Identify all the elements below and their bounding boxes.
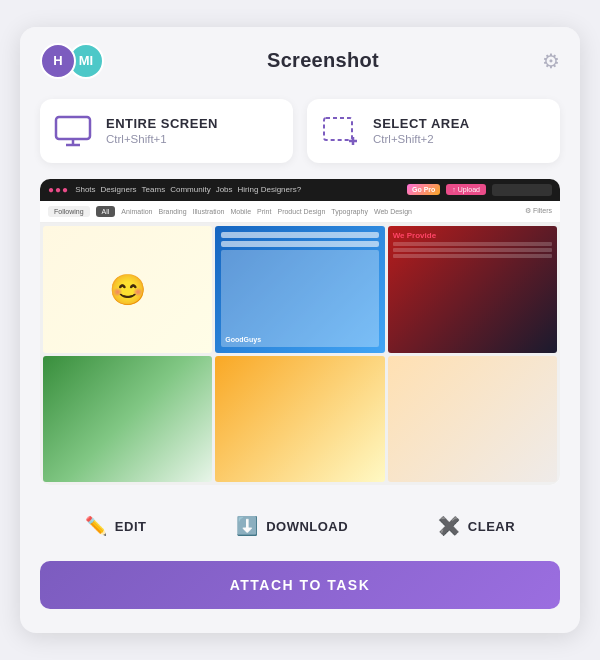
dribbble-search bbox=[492, 184, 552, 196]
dribbble-gopro-badge: Go Pro bbox=[407, 184, 440, 195]
dribbble-nav-designers: Designers bbox=[101, 185, 137, 194]
select-area-icon bbox=[321, 115, 359, 147]
screenshot-preview: ●●● Shots Designers Teams Community Jobs… bbox=[40, 179, 560, 486]
dribbble-cell-6 bbox=[388, 356, 557, 483]
download-label: DOWNLOAD bbox=[266, 519, 348, 534]
dribbble-grid: 😊 GoodGuys We Provide bbox=[40, 223, 560, 486]
edit-icon: ✏️ bbox=[85, 515, 107, 537]
dribbble-tab-mobile: Mobile bbox=[230, 208, 251, 215]
edit-button[interactable]: ✏️ EDIT bbox=[75, 509, 157, 543]
attach-to-task-button[interactable]: ATTACH TO TASK bbox=[40, 561, 560, 609]
entire-screen-label-wrap: ENTIRE SCREEN Ctrl+Shift+1 bbox=[106, 116, 218, 145]
select-area-label: SELECT AREA bbox=[373, 116, 470, 131]
header: H MI Screenshot ⚙ bbox=[20, 27, 580, 91]
action-bar: ✏️ EDIT ⬇️ DOWNLOAD ✖️ CLEAR bbox=[20, 499, 580, 557]
dribbble-cell-2: GoodGuys bbox=[215, 226, 384, 353]
dribbble-nav-jobs: Jobs bbox=[216, 185, 233, 194]
clear-button[interactable]: ✖️ CLEAR bbox=[428, 509, 525, 543]
entire-screen-button[interactable]: ENTIRE SCREEN Ctrl+Shift+1 bbox=[40, 99, 293, 163]
dribbble-tab-following: Following bbox=[48, 206, 90, 217]
dribbble-logo: ●●● bbox=[48, 184, 69, 195]
clear-label: CLEAR bbox=[468, 519, 515, 534]
dribbble-tab-product: Product Design bbox=[277, 208, 325, 215]
goodguys-label: GoodGuys bbox=[225, 336, 261, 343]
monitor-icon bbox=[54, 115, 92, 147]
dribbble-cell-3: We Provide bbox=[388, 226, 557, 353]
dribbble-nav-teams: Teams bbox=[142, 185, 166, 194]
gear-icon[interactable]: ⚙ bbox=[542, 49, 560, 73]
dribbble-tab-print: Print bbox=[257, 208, 271, 215]
dribbble-navbar: ●●● Shots Designers Teams Community Jobs… bbox=[40, 179, 560, 201]
select-area-button[interactable]: SELECT AREA Ctrl+Shift+2 bbox=[307, 99, 560, 163]
dribbble-upload-btn: ↑ Upload bbox=[446, 184, 486, 195]
dribbble-tab-branding: Branding bbox=[159, 208, 187, 215]
cell-3-title: We Provide bbox=[393, 231, 552, 240]
preview-area: ●●● Shots Designers Teams Community Jobs… bbox=[40, 179, 560, 486]
dribbble-tab-typography: Typography bbox=[331, 208, 368, 215]
dribbble-nav-hiring: Hiring Designers? bbox=[238, 185, 302, 194]
dribbble-cell-4 bbox=[43, 356, 212, 483]
dribbble-tab-animation: Animation bbox=[121, 208, 152, 215]
page-title: Screenshot bbox=[267, 49, 379, 72]
capture-options: ENTIRE SCREEN Ctrl+Shift+1 SELECT AREA C… bbox=[20, 91, 580, 179]
dribbble-tab-web: Web Design bbox=[374, 208, 412, 215]
clear-icon: ✖️ bbox=[438, 515, 460, 537]
smiley-emoji: 😊 bbox=[109, 272, 146, 307]
select-area-shortcut: Ctrl+Shift+2 bbox=[373, 133, 470, 145]
screenshot-card: H MI Screenshot ⚙ ENTIRE SCREEN Ctrl+Shi… bbox=[20, 27, 580, 634]
entire-screen-shortcut: Ctrl+Shift+1 bbox=[106, 133, 218, 145]
dribbble-tabs: Following All Animation Branding Illustr… bbox=[40, 201, 560, 223]
entire-screen-label: ENTIRE SCREEN bbox=[106, 116, 218, 131]
dribbble-cell-1: 😊 bbox=[43, 226, 212, 353]
dribbble-nav-links: Shots Designers Teams Community Jobs Hir… bbox=[75, 185, 301, 194]
download-button[interactable]: ⬇️ DOWNLOAD bbox=[226, 509, 358, 543]
avatar-group: H MI bbox=[40, 43, 104, 79]
svg-rect-3 bbox=[324, 118, 352, 140]
dribbble-nav-shots: Shots bbox=[75, 185, 95, 194]
avatar-h: H bbox=[40, 43, 76, 79]
dribbble-tab-all: All bbox=[96, 206, 116, 217]
dribbble-cell-5 bbox=[215, 356, 384, 483]
dribbble-tab-illustration: Illustration bbox=[193, 208, 225, 215]
dribbble-nav-right: Go Pro ↑ Upload bbox=[407, 184, 552, 196]
dribbble-nav-community: Community bbox=[170, 185, 210, 194]
dribbble-filters: ⚙ Filters bbox=[525, 207, 552, 215]
edit-label: EDIT bbox=[115, 519, 147, 534]
svg-rect-0 bbox=[56, 117, 90, 139]
select-area-label-wrap: SELECT AREA Ctrl+Shift+2 bbox=[373, 116, 470, 145]
download-icon: ⬇️ bbox=[236, 515, 258, 537]
